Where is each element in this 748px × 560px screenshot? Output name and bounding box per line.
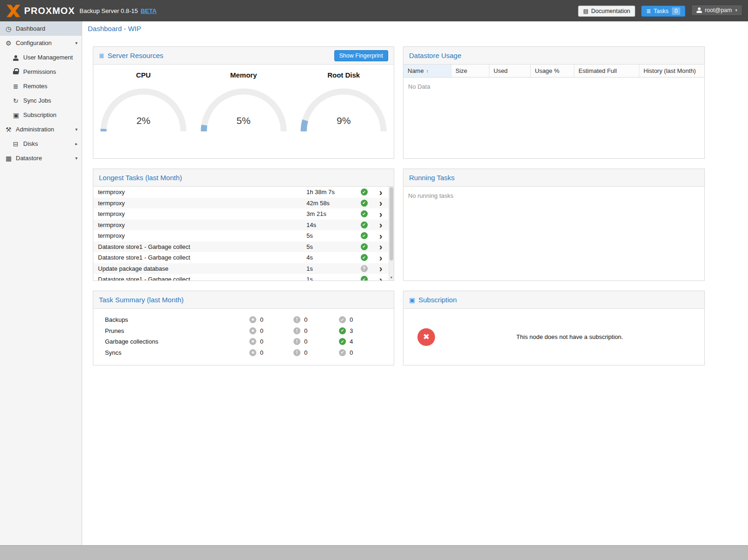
running-tasks-header: Running Tasks — [403, 169, 704, 187]
datastore-usage-header: Datastore Usage — [403, 47, 704, 65]
documentation-label: Documentation — [591, 8, 630, 14]
sidebar-item-disks[interactable]: ⊟ Disks ▸ — [0, 137, 82, 151]
sidebar-item-label: User Management — [23, 54, 73, 61]
task-summary-title: Task Summary (last Month) — [99, 296, 184, 304]
task-row[interactable]: Datastore store1 - Garbage collect 5s › — [93, 241, 389, 253]
user-icon — [696, 7, 702, 13]
task-row[interactable]: Datastore store1 - Garbage collect 4s › — [93, 252, 389, 263]
collapse-down-icon[interactable]: ▾ — [75, 127, 78, 132]
sidebar-item-label: Disks — [23, 140, 38, 147]
scrollbar[interactable]: ▼ — [389, 187, 394, 280]
column-header-history[interactable]: History (last Month) — [639, 65, 704, 77]
column-header-size[interactable]: Size — [451, 65, 489, 77]
status-ok-icon — [361, 210, 368, 217]
error-count-icon — [249, 338, 256, 345]
chevron-right-icon[interactable]: › — [379, 231, 383, 241]
datastore-table-header: Name ↑ Size Used Usage % Estimated Full … — [403, 65, 704, 78]
task-row[interactable]: termproxy 42m 58s › — [93, 198, 389, 209]
datastore-usage-title: Datastore Usage — [409, 52, 462, 59]
status-ok-icon — [361, 200, 368, 207]
ok-count: 4 — [350, 338, 353, 345]
memory-value: 5% — [200, 115, 288, 126]
collapse-down-icon[interactable]: ▾ — [75, 40, 78, 46]
show-fingerprint-button[interactable]: Show Fingerprint — [334, 50, 389, 61]
warning-count-icon — [293, 327, 300, 334]
sidebar-item-datastore[interactable]: ▦ Datastore ▾ — [0, 151, 82, 165]
running-tasks-empty-text: No running tasks — [403, 187, 704, 205]
summary-label: Garbage collections — [105, 338, 249, 345]
task-row[interactable]: termproxy 3m 21s › — [93, 208, 389, 220]
cpu-value: 2% — [99, 115, 188, 126]
database-icon: ▦ — [6, 155, 16, 162]
tasks-button[interactable]: ≣ Tasks 0 — [641, 6, 686, 17]
chevron-right-icon[interactable]: › — [379, 242, 383, 251]
task-row[interactable]: Datastore store1 - Garbage collect 1s › — [93, 274, 389, 280]
user-menu-button[interactable]: root@pam ▾ — [691, 5, 742, 16]
summary-row-garbage-collections: Garbage collections 0 0 4 — [93, 336, 394, 347]
ticket-icon: ▣ — [13, 111, 23, 119]
task-row[interactable]: termproxy 14s › — [93, 220, 389, 231]
product-subtitle: Backup Server 0.8-15 — [79, 7, 138, 14]
ticket-icon: ▣ — [409, 296, 415, 304]
app-root: PROXMOX Backup Server 0.8-15 BETA ▤ Docu… — [0, 0, 748, 560]
chevron-right-icon[interactable]: › — [379, 198, 383, 208]
status-ok-icon — [361, 189, 368, 195]
ok-count-icon — [339, 327, 346, 334]
scrollbar-thumb[interactable] — [390, 187, 393, 260]
beta-link[interactable]: BETA — [141, 7, 156, 14]
task-row[interactable]: termproxy 1h 38m 7s › — [93, 187, 389, 198]
warning-count: 0 — [304, 327, 307, 334]
chevron-right-icon[interactable]: › — [379, 188, 383, 197]
server-resources-icon: ≣ — [99, 52, 104, 59]
sidebar-item-configuration[interactable]: ⚙ Configuration ▾ — [0, 36, 82, 50]
sidebar-item-user-management[interactable]: User Management — [0, 50, 82, 65]
task-list-icon: ≣ — [646, 8, 651, 14]
memory-gauge: Memory 5% — [194, 71, 294, 133]
expand-right-icon[interactable]: ▸ — [75, 141, 78, 146]
warning-count: 0 — [304, 349, 307, 356]
chevron-right-icon[interactable]: › — [379, 220, 383, 229]
summary-label: Prunes — [105, 327, 249, 334]
task-row[interactable]: Update package database 1s › — [93, 263, 389, 274]
disk-icon: ⊟ — [13, 140, 23, 148]
sidebar-item-administration[interactable]: ⚒ Administration ▾ — [0, 122, 82, 137]
sidebar-item-label: Permissions — [23, 68, 56, 75]
sidebar-item-sync-jobs[interactable]: ↻ Sync Jobs — [0, 93, 82, 108]
ok-count-icon — [339, 349, 346, 356]
bottom-bar — [0, 545, 748, 560]
no-subscription-icon — [417, 328, 435, 346]
sidebar-item-label: Datastore — [16, 155, 42, 162]
sidebar-item-remotes[interactable]: ≣ Remotes — [0, 79, 82, 93]
collapse-down-icon[interactable]: ▾ — [75, 156, 78, 161]
sidebar-item-permissions[interactable]: Permissions — [0, 65, 82, 79]
documentation-button[interactable]: ▤ Documentation — [578, 6, 635, 17]
cogs-icon: ⚙ — [6, 39, 16, 47]
task-row[interactable]: termproxy 5s › — [93, 230, 389, 241]
warning-count-icon — [293, 338, 300, 345]
datastore-empty-text: No Data — [403, 78, 704, 96]
sidebar-item-label: Sync Jobs — [23, 97, 51, 104]
datastore-usage-panel: Datastore Usage Name ↑ Size Used Usage %… — [403, 46, 705, 159]
server-resources-title: Server Resources — [108, 52, 163, 59]
summary-label: Syncs — [105, 349, 249, 356]
column-header-usage-pct[interactable]: Usage % — [531, 65, 574, 77]
proxmox-logo: PROXMOX — [6, 4, 75, 18]
longest-tasks-title: Longest Tasks (last Month) — [99, 174, 182, 182]
sidebar-item-dashboard[interactable]: ◷ Dashboard — [0, 21, 82, 36]
longest-tasks-panel: Longest Tasks (last Month) termproxy 1h … — [93, 169, 394, 281]
main-content: Dashboard - WIP ≣ Server Resources Show … — [83, 21, 748, 545]
chevron-right-icon[interactable]: › — [379, 253, 383, 262]
column-header-name[interactable]: Name ↑ — [403, 65, 451, 77]
chevron-right-icon[interactable]: › — [379, 209, 383, 219]
scroll-down-icon[interactable]: ▼ — [389, 274, 394, 280]
chevron-right-icon[interactable]: › — [379, 275, 383, 280]
gauges-row: CPU 2% Memory — [93, 65, 394, 133]
summary-label: Backups — [105, 316, 249, 323]
root-disk-label: Root Disk — [293, 71, 394, 79]
column-header-used[interactable]: Used — [489, 65, 531, 77]
sidebar-item-subscription[interactable]: ▣ Subscription — [0, 108, 82, 122]
warning-count: 0 — [304, 316, 307, 323]
chevron-right-icon[interactable]: › — [379, 264, 383, 273]
column-header-estimated-full[interactable]: Estimated Full — [574, 65, 639, 77]
subscription-title: Subscription — [418, 296, 457, 304]
